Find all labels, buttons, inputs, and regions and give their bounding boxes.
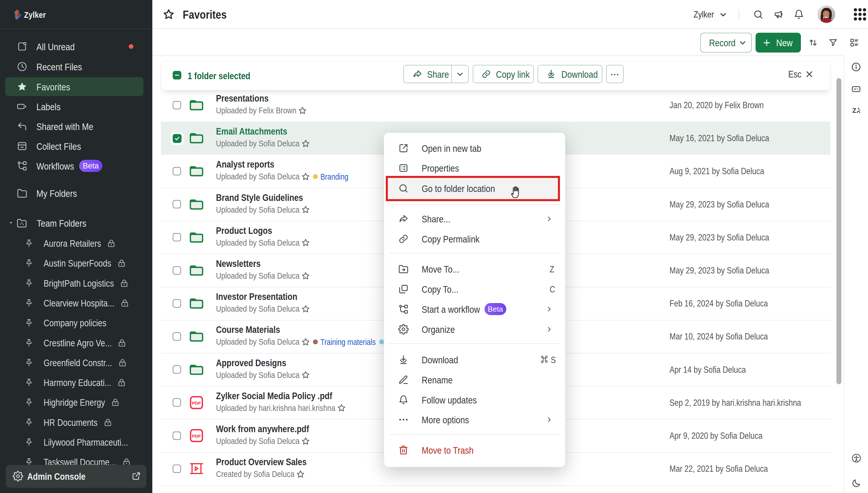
svg-text:PDF: PDF	[192, 434, 201, 438]
svg-text:PDF: PDF	[192, 400, 201, 405]
